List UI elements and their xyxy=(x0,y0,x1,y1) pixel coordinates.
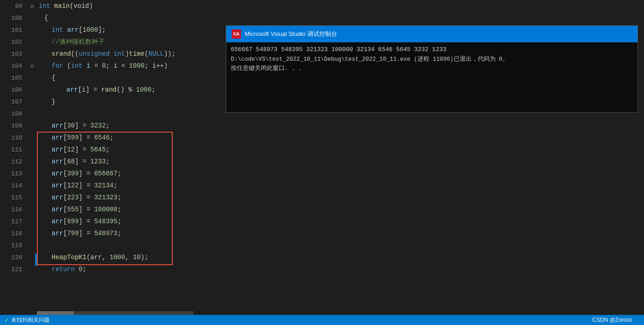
line-117: 117 arr[699] = 548395; xyxy=(0,215,244,227)
line-106: 106 arr[i] = rand() % 1000; xyxy=(0,84,244,96)
editor-container: 99 ⊟ int main(void) 100 { 101 int arr[10… xyxy=(0,0,644,325)
line-107: 107 } xyxy=(0,96,244,108)
debug-output: 656667 548973 548395 321323 100000 32134… xyxy=(226,42,638,76)
num-100000: 100000 xyxy=(94,206,117,213)
var-arr-111: arr xyxy=(52,146,63,153)
line-103: 103 srand((unsigned int)time(NULL)); xyxy=(0,48,244,60)
line-number-119: 119 xyxy=(0,242,28,249)
brace-105: { xyxy=(52,74,55,81)
punct-109a: [ xyxy=(63,122,67,129)
line-number-114: 114 xyxy=(0,182,28,189)
punct-109b: ] = xyxy=(75,122,90,129)
line-121: 121 return 0; xyxy=(0,263,244,275)
line-content-117: arr[699] = 548395; xyxy=(37,218,244,225)
line-112: 112 arr[68] = 1233; xyxy=(0,156,244,168)
punct-117a: [ xyxy=(63,218,67,225)
num-548973: 548973 xyxy=(94,230,117,237)
line-number-113: 113 xyxy=(0,170,28,177)
status-issues[interactable]: ✓ 未找到相关问题 xyxy=(5,316,50,324)
line-101: 101 int arr[1000]; xyxy=(0,24,244,36)
fn-rand: rand xyxy=(101,86,117,93)
num-68: 68 xyxy=(67,158,75,165)
punct-115c: ; xyxy=(117,194,121,201)
line-number-121: 121 xyxy=(0,266,28,273)
line-content-101: int arr[1000]; xyxy=(37,26,244,34)
punct-106b: () % xyxy=(117,86,136,93)
line-number-107: 107 xyxy=(0,99,28,105)
line-number-104: 104 xyxy=(0,63,28,70)
var-arr-112: arr xyxy=(52,158,63,165)
punct-104a: ( xyxy=(63,62,71,70)
var-arr-117: arr xyxy=(52,218,63,225)
punct-103d: )); xyxy=(164,50,176,58)
punct-109c: ; xyxy=(106,122,110,129)
status-attribution: CSDN @Zoroxs xyxy=(592,317,639,323)
comment-102: //播种随机数种子 xyxy=(52,38,105,46)
var-arr-114: arr xyxy=(52,182,63,189)
punct-104b: ; i < xyxy=(106,62,129,70)
line-content-112: arr[68] = 1233; xyxy=(37,158,244,165)
punct-113a: [ xyxy=(63,170,67,177)
line-116: 116 arr[555] = 100000; xyxy=(0,203,244,215)
line-content-106: arr[i] = rand() % 1000; xyxy=(37,86,244,93)
line-number-102: 102 xyxy=(0,39,28,46)
fn-time: time xyxy=(129,50,145,58)
punct-118b: ] = xyxy=(79,230,94,237)
line-102: 102 //播种随机数种子 xyxy=(0,36,244,48)
num-32134: 32134 xyxy=(94,182,113,189)
kw-null: NULL xyxy=(148,50,164,58)
line-content-102: //播种随机数种子 xyxy=(37,38,244,46)
num-699: 699 xyxy=(67,218,79,225)
punct-120b: , xyxy=(125,254,133,261)
num-799: 799 xyxy=(67,230,79,237)
punct-117c: ; xyxy=(117,218,121,225)
op-104: = xyxy=(94,62,102,70)
num-30: 30 xyxy=(67,122,75,129)
line-content-107: } xyxy=(37,98,244,105)
fn-main: main xyxy=(54,2,70,10)
debug-console-window[interactable]: CA Microsoft Visual Studio 调试控制台 656667 … xyxy=(226,25,638,113)
line-number-106: 106 xyxy=(0,87,28,93)
line-104: 104 ⊟ for (int i = 0; i < 1000; i++) xyxy=(0,60,244,72)
num-1000-104: 1000 xyxy=(129,62,145,70)
var-arr-109: arr xyxy=(52,122,63,129)
keyword-int: int xyxy=(39,2,54,10)
line-content-104: for (int i = 0; i < 1000; i++) xyxy=(37,62,244,70)
debug-console-title: Microsoft Visual Studio 调试控制台 xyxy=(245,30,337,38)
scrollbar-thumb[interactable] xyxy=(37,311,74,315)
debug-output-prompt: 按任意键关闭此窗口. . . xyxy=(231,64,633,73)
line-number-103: 103 xyxy=(0,51,28,58)
line-content-114: arr[122] = 32134; xyxy=(37,182,244,189)
fn-srand: srand xyxy=(52,50,71,58)
vs-icon: CA xyxy=(232,29,241,39)
var-arr-116: arr xyxy=(52,206,63,213)
var-arr-118: arr xyxy=(52,230,63,237)
line-content-109: arr[30] = 3232; xyxy=(37,122,244,129)
punct-111a: [ xyxy=(63,146,67,153)
line-number-120: 120 xyxy=(0,254,28,261)
num-399: 399 xyxy=(67,170,79,177)
punct-112b: ] = xyxy=(75,158,90,165)
status-bar: ✓ 未找到相关问题 CSDN @Zoroxs xyxy=(0,315,644,325)
line-108: 108 xyxy=(0,108,244,120)
punct-121: ; xyxy=(82,266,86,273)
num-5645: 5645 xyxy=(90,146,106,153)
horizontal-scrollbar[interactable] xyxy=(37,311,193,315)
punct-114b: ] = xyxy=(79,182,94,189)
num-321323: 321323 xyxy=(94,194,117,201)
line-number-108: 108 xyxy=(0,110,28,117)
punct-112a: [ xyxy=(63,158,67,165)
line-content-115: arr[223] = 321323; xyxy=(37,194,244,201)
gutter-104[interactable]: ⊟ xyxy=(28,63,37,69)
var-arr-115: arr xyxy=(52,194,63,201)
line-number-109: 109 xyxy=(0,122,28,129)
num-10: 10 xyxy=(133,254,141,261)
line-120: 120 HeapTopK1(arr, 1000, 10); xyxy=(0,251,244,263)
punct-111c: ; xyxy=(106,146,110,153)
debug-output-numbers: 656667 548973 548395 321323 100000 32134… xyxy=(231,45,633,55)
punct-110a: [ xyxy=(63,134,67,141)
punct-113b: ] = xyxy=(79,170,94,177)
punct-110b: ] = xyxy=(79,134,94,141)
collapse-99[interactable]: ⊟ xyxy=(28,3,37,9)
num-548395: 548395 xyxy=(94,218,117,225)
